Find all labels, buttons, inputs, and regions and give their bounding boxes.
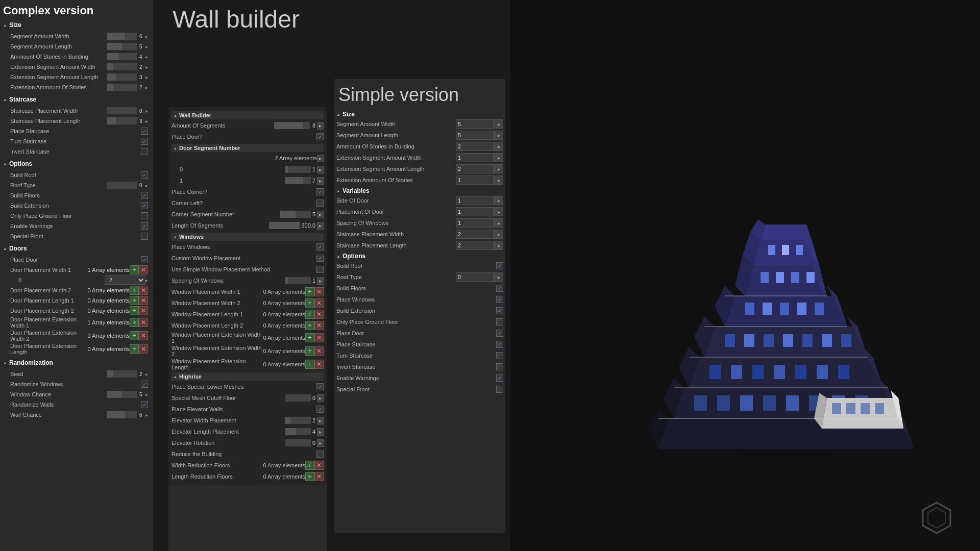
turn-staircase-checkbox[interactable] [141,138,148,145]
window-chance-slider[interactable]: 5 ▸ [107,391,148,398]
size-section-header[interactable]: Size [3,21,150,29]
sv-roof-type-input[interactable] [456,272,494,282]
sv-special-front-checkbox[interactable] [496,386,503,393]
door-width1-dropdown[interactable]: 2 [105,276,145,285]
sv-seg-width-input[interactable] [456,119,494,129]
length-reduction-add[interactable]: + [305,472,314,481]
enable-warnings-checkbox[interactable] [141,222,148,230]
sv-turn-staircase-checkbox[interactable] [496,352,503,359]
sv-place-door-btn[interactable]: ▸ [494,207,503,216]
sv-vars-header[interactable]: Variables [336,187,503,194]
windows-header[interactable]: Windows [172,233,324,241]
seg-width-slider[interactable]: 6 ▸ [107,33,148,40]
ext-seg-width-slider[interactable]: 2 ▸ [107,63,148,70]
win-l2-add[interactable]: + [305,321,314,330]
sv-stories-btn[interactable]: ▸ [494,142,503,151]
win-w2-add[interactable]: + [305,298,314,308]
win-ext-w1-del[interactable]: ✕ [314,333,324,342]
corner-left-checkbox[interactable] [316,199,324,207]
win-w1-add[interactable]: + [305,287,314,296]
door-seg0-btn[interactable]: ▸ [317,166,324,173]
sv-stories-input[interactable] [456,142,494,151]
door-ext-width2-del[interactable]: ✕ [139,331,148,340]
reduce-building-checkbox[interactable] [316,450,324,458]
amount-seg-btn[interactable]: ▸ [317,122,324,130]
place-door-wb-checkbox[interactable] [316,133,324,140]
sv-options-header[interactable]: Options [336,253,503,260]
door-ext-width2-add[interactable]: + [130,331,139,340]
elev-len-btn[interactable]: ▸ [317,428,324,436]
win-w1-del[interactable]: ✕ [314,287,324,296]
sv-invert-staircase-checkbox[interactable] [496,363,503,370]
sv-size-header[interactable]: Size [336,111,503,118]
randomization-section-header[interactable]: Randomization [3,359,150,366]
door-len1-add[interactable]: + [130,296,139,305]
sv-place-windows-checkbox[interactable] [496,296,503,303]
sv-side-door-input[interactable] [456,196,494,205]
win-w2-del[interactable]: ✕ [314,298,324,308]
sv-build-roof-checkbox[interactable] [496,262,503,269]
door-width1-add[interactable]: + [130,265,139,274]
elev-rot-btn[interactable]: ▸ [317,439,324,447]
wall-chance-slider[interactable]: 6 ▸ [107,411,148,418]
ext-stories-slider[interactable]: 2 ▸ [107,84,148,91]
win-ext-w2-del[interactable]: ✕ [314,346,324,356]
width-reduction-add[interactable]: + [305,461,314,470]
simple-window-checkbox[interactable] [316,266,324,273]
door-width1-del[interactable]: ✕ [139,265,148,274]
roof-type-slider[interactable]: 0 ▸ [107,182,148,189]
options-section-header[interactable]: Options [3,160,150,167]
sv-spacing-input[interactable] [456,218,494,228]
sv-ext-seg-width-btn[interactable]: ▸ [494,153,503,162]
sv-place-door-input[interactable] [456,207,494,216]
sv-place-door-opt-checkbox[interactable] [496,330,503,337]
place-windows-checkbox[interactable] [316,243,324,251]
sv-only-ground-checkbox[interactable] [496,318,503,325]
width-reduction-del[interactable]: ✕ [314,461,324,470]
door-ext-len-add[interactable]: + [130,344,139,354]
stair-len-slider[interactable]: 3 ▸ [107,117,148,124]
sv-seg-width-btn[interactable]: ▸ [494,119,503,129]
door-len1-del[interactable]: ✕ [139,296,148,305]
door-ext-width1-del[interactable]: ✕ [139,318,148,327]
win-ext-w1-add[interactable]: + [305,333,314,342]
sv-side-door-btn[interactable]: ▸ [494,196,503,205]
place-elevator-checkbox[interactable] [316,406,324,413]
highrise-header[interactable]: Highrise [172,372,324,381]
corner-seg-btn[interactable]: ▸ [317,211,324,218]
door-ext-len-del[interactable]: ✕ [139,344,148,354]
door-width2-add[interactable]: + [130,286,139,295]
only-ground-checkbox[interactable] [141,212,148,219]
door-len2-del[interactable]: ✕ [139,306,148,315]
elev-width-btn[interactable]: ▸ [317,417,324,424]
sv-stair-len-btn[interactable]: ▸ [494,241,503,250]
special-front-checkbox[interactable] [141,233,148,240]
sv-ext-seg-len-btn[interactable]: ▸ [494,164,503,173]
spacing-windows-btn[interactable]: ▸ [317,277,324,285]
build-roof-checkbox[interactable] [141,171,148,179]
build-floors-checkbox[interactable] [141,192,148,199]
win-ext-w2-add[interactable]: + [305,346,314,356]
sv-stair-width-btn[interactable]: ▸ [494,230,503,239]
door-seg1-btn[interactable]: ▸ [317,177,324,185]
staircase-section-header[interactable]: Staircase [3,96,150,103]
sv-place-staircase-checkbox[interactable] [496,341,503,348]
win-ext-l-add[interactable]: + [305,360,314,369]
sv-build-ext-checkbox[interactable] [496,307,503,314]
sv-spacing-btn[interactable]: ▸ [494,218,503,228]
door-ext-width1-add[interactable]: + [130,318,139,327]
place-corner-checkbox[interactable] [316,188,324,195]
win-l1-del[interactable]: ✕ [314,310,324,319]
door-len2-add[interactable]: + [130,306,139,315]
sv-ext-stories-input[interactable] [456,176,494,185]
seed-slider[interactable]: 2 ▸ [107,370,148,378]
win-l2-del[interactable]: ✕ [314,321,324,330]
build-ext-checkbox[interactable] [141,202,148,209]
sv-stair-width-input[interactable] [456,230,494,239]
rand-windows-checkbox[interactable] [141,381,148,388]
seg-length-slider[interactable]: 5 ▸ [107,43,148,50]
sv-seg-len-btn[interactable]: ▸ [494,131,503,140]
sv-stair-len-input[interactable] [456,241,494,250]
sv-build-floors-checkbox[interactable] [496,285,503,292]
amount-seg-value[interactable]: 8 ▸ [274,122,324,130]
